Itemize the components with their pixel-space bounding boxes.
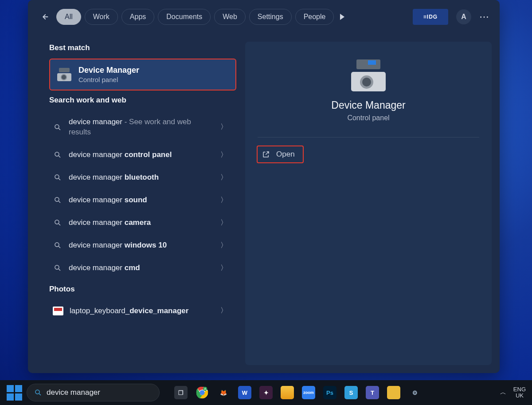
search-icon	[53, 196, 63, 204]
preview-divider	[258, 137, 479, 138]
windows-logo-icon	[7, 385, 22, 401]
more-options-button[interactable]: ⋯	[477, 11, 492, 23]
suggestion-item[interactable]: device manager cmd〉	[49, 257, 236, 279]
photo-thumb-icon	[53, 307, 63, 315]
suggestion-item[interactable]: device manager bluetooth〉	[49, 166, 236, 189]
teams-icon[interactable]: T	[363, 383, 382, 402]
snagit-icon[interactable]: S	[341, 383, 361, 402]
search-icon	[53, 151, 63, 159]
chevron-right-icon: 〉	[220, 241, 227, 250]
photo-text: laptop_keyboard_device_manager	[70, 306, 214, 316]
language-indicator[interactable]: ENG UK	[513, 386, 526, 399]
search-icon	[53, 219, 63, 227]
results-column: Best match Device Manager Control panel …	[28, 34, 241, 373]
device-manager-icon	[56, 68, 72, 81]
app-glyph: S	[344, 386, 358, 399]
filter-people[interactable]: People	[295, 9, 334, 25]
chrome-glyph: A	[196, 386, 209, 399]
folder-glyph	[281, 386, 294, 399]
org-label: ≡IDG	[423, 14, 438, 20]
system-tray: ︿ ENG UK	[497, 386, 528, 399]
chevron-right-icon: 〉	[220, 122, 227, 132]
svg-point-4	[55, 220, 59, 224]
app-glyph: ⚙	[408, 386, 422, 399]
section-search-work-web: Search work and web	[49, 96, 241, 105]
svg-point-3	[55, 197, 59, 201]
preview-title: Device Manager	[331, 99, 405, 111]
filter-apps[interactable]: Apps	[121, 9, 154, 25]
chevron-right-icon: 〉	[220, 306, 227, 315]
word-icon[interactable]: W	[235, 383, 254, 402]
taskbar-pinned-apps: ❐A🦊W✦zoomPsST⚙	[171, 383, 425, 402]
search-icon	[53, 241, 63, 249]
app-glyph: W	[238, 386, 251, 399]
lang-line1: ENG	[513, 386, 526, 393]
suggestion-item[interactable]: device manager control panel〉	[49, 144, 236, 166]
taskbar: ❐A🦊W✦zoomPsST⚙ ︿ ENG UK	[0, 380, 532, 405]
search-header: All Work Apps Documents Web Settings Peo…	[28, 0, 500, 34]
filter-web[interactable]: Web	[214, 9, 246, 25]
svg-point-1	[55, 152, 59, 156]
app-glyph: zoom	[302, 386, 315, 399]
open-external-icon	[262, 150, 270, 158]
suggestion-item[interactable]: device manager windows 10〉	[49, 234, 236, 257]
app-glyph: 🦊	[217, 386, 230, 399]
open-button[interactable]: Open	[257, 145, 304, 163]
task-view-icon[interactable]: ❐	[171, 383, 191, 402]
suggestion-list: device manager - See work and web result…	[49, 111, 241, 279]
suggestion-item[interactable]: device manager - See work and web result…	[49, 111, 236, 144]
filter-work[interactable]: Work	[85, 9, 118, 25]
tray-overflow-button[interactable]: ︿	[497, 386, 509, 399]
org-badge[interactable]: ≡IDG	[413, 9, 448, 25]
taskbar-search-input[interactable]	[47, 388, 152, 397]
back-button[interactable]	[36, 8, 53, 25]
photoshop-icon[interactable]: Ps	[320, 383, 340, 402]
search-body: Best match Device Manager Control panel …	[28, 34, 500, 373]
filter-settings[interactable]: Settings	[249, 9, 292, 25]
svg-point-5	[55, 243, 59, 247]
app-glyph	[387, 386, 400, 399]
suggestion-text: device manager cmd	[69, 263, 214, 273]
file-explorer-icon[interactable]	[278, 383, 297, 402]
chevron-right-icon: 〉	[220, 263, 227, 273]
photo-item[interactable]: laptop_keyboard_device_manager〉	[49, 300, 236, 322]
chrome-icon[interactable]: A	[192, 383, 212, 402]
chevron-right-icon: 〉	[220, 173, 227, 182]
user-avatar[interactable]: A	[456, 9, 471, 24]
photo-list: laptop_keyboard_device_manager〉	[49, 300, 241, 322]
suggestion-text: device manager control panel	[69, 150, 214, 160]
search-icon	[53, 264, 63, 272]
app-glyph: T	[366, 386, 379, 399]
suggestion-item[interactable]: device manager sound〉	[49, 189, 236, 212]
search-icon	[53, 173, 63, 181]
suggestion-item[interactable]: device manager camera〉	[49, 212, 236, 234]
search-icon	[53, 123, 63, 131]
filter-all[interactable]: All	[56, 9, 81, 25]
best-match-title: Device Manager	[78, 66, 139, 75]
suggestion-text: device manager bluetooth	[69, 173, 214, 183]
preview-pane: Device Manager Control panel Open	[245, 42, 492, 365]
more-filters-arrow-icon[interactable]	[340, 14, 344, 20]
settings-icon[interactable]: ⚙	[405, 383, 425, 402]
best-match-subtitle: Control panel	[78, 76, 139, 83]
gimp-icon[interactable]: 🦊	[214, 383, 233, 402]
svg-point-0	[55, 125, 59, 129]
sticky-notes-icon[interactable]	[384, 383, 403, 402]
app-glyph: Ps	[323, 386, 336, 399]
filter-documents[interactable]: Documents	[158, 9, 211, 25]
preview-subtitle: Control panel	[347, 114, 389, 122]
svg-point-7	[35, 390, 39, 394]
taskbar-search[interactable]	[27, 384, 160, 401]
chevron-right-icon: 〉	[220, 218, 227, 228]
section-photos: Photos	[49, 285, 241, 294]
start-button[interactable]	[4, 383, 24, 402]
zoom-icon[interactable]: zoom	[299, 383, 318, 402]
slack-icon[interactable]: ✦	[256, 383, 276, 402]
search-icon	[34, 389, 42, 397]
best-match-result[interactable]: Device Manager Control panel	[49, 59, 236, 90]
section-best-match: Best match	[49, 43, 241, 52]
suggestion-text: device manager sound	[69, 195, 214, 205]
svg-point-6	[55, 265, 59, 269]
app-glyph: ✦	[259, 386, 273, 399]
svg-text:A: A	[204, 387, 206, 390]
